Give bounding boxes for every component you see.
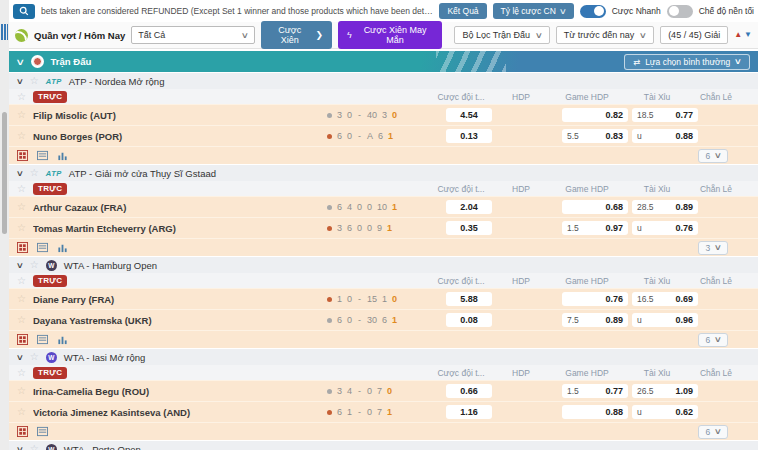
game-hdp-odds-button[interactable]: 0.82 (562, 108, 628, 122)
score-value: - (357, 386, 362, 396)
main-panel: bets taken are considered REFUNDED (Exce… (9, 0, 758, 450)
over-under-odds-button[interactable]: u0.96 (632, 313, 698, 327)
bar-chart-icon[interactable] (57, 150, 68, 161)
column-header: HDP (492, 92, 550, 102)
league-header[interactable]: ∨☆WWTA - Hamburg Open (9, 257, 758, 273)
league-header[interactable]: ∨☆WWTA - Porto Open (9, 441, 758, 450)
over-under-odds-button[interactable]: u0.88 (632, 129, 698, 143)
left-scrollbar[interactable] (0, 0, 9, 450)
stats-list-icon[interactable] (37, 334, 48, 345)
favorite-star-icon[interactable]: ☆ (30, 444, 39, 450)
odds-type-dropdown[interactable]: Tỷ lệ cược CN∨ (493, 3, 574, 19)
stats-list-icon[interactable] (37, 426, 48, 437)
favorite-star-icon[interactable]: ☆ (17, 110, 26, 120)
stats-list-icon[interactable] (37, 150, 48, 161)
league-count-label: (45 / 45) Giải (668, 30, 720, 40)
favorite-star-icon[interactable]: ☆ (17, 386, 26, 396)
game-point: 1 (392, 315, 397, 325)
chevron-down-icon[interactable]: ∨ (15, 57, 25, 67)
parlay-button[interactable]: Cược Xiên❯ (261, 21, 332, 49)
moneyline-odds-button[interactable]: 0.13 (446, 129, 492, 143)
all-filter-dropdown[interactable]: Tất Cả∨ (131, 26, 255, 44)
moneyline-odds-button[interactable]: 2.04 (446, 200, 492, 214)
moneyline-odds-button[interactable]: 1.16 (446, 405, 492, 419)
favorite-star-icon[interactable]: ☆ (17, 223, 26, 233)
column-header: Chẵn Lẻ (690, 92, 742, 102)
match-filter-dropdown[interactable]: Bộ Lọc Trận Đấu∨ (454, 26, 549, 44)
favorite-star-icon[interactable]: ☆ (30, 168, 39, 178)
score-value: 0 (347, 315, 352, 325)
league-header[interactable]: ∨☆ATPATP - Nordea Mở rộng (9, 73, 758, 89)
chevron-down-icon[interactable]: ∨ (16, 77, 24, 86)
stats-list-icon[interactable] (37, 242, 48, 253)
chevron-down-icon[interactable]: ∨ (16, 353, 24, 362)
live-badge: TRỰC (33, 183, 67, 195)
match-filter-label: Bộ Lọc Trận Đấu (462, 30, 530, 40)
favorite-star-icon[interactable]: ☆ (17, 407, 26, 417)
game-hdp-odds-button[interactable]: 0.76 (562, 292, 628, 306)
over-under-odds-button[interactable]: 18.50.77 (632, 108, 698, 122)
league-count-chip[interactable]: (45 / 45) Giải (660, 26, 728, 44)
game-hdp-odds: 0.88 (605, 407, 623, 417)
moneyline-odds-button[interactable]: 0.66 (446, 384, 492, 398)
scrollbar-thumb[interactable] (2, 112, 7, 234)
game-hdp-odds-button[interactable]: 1.50.97 (562, 221, 628, 235)
favorite-star-icon[interactable]: ☆ (17, 92, 26, 102)
search-button[interactable] (13, 4, 35, 19)
game-hdp-odds-button[interactable]: 1.50.77 (562, 384, 628, 398)
chevron-down-icon[interactable]: ∨ (16, 261, 24, 270)
favorite-star-icon[interactable]: ☆ (17, 315, 26, 325)
time-filter-dropdown[interactable]: Từ trước đến nay∨ (556, 26, 654, 44)
chevron-down-icon[interactable]: ∨ (16, 169, 24, 178)
moneyline-odds-button[interactable]: 0.35 (446, 221, 492, 235)
more-bets-button[interactable]: 3∨ (698, 241, 728, 255)
more-bets-button[interactable]: 6∨ (698, 149, 728, 163)
tennis-ball-icon (31, 55, 44, 68)
layout-icon: ⇄ (633, 57, 640, 67)
favorite-star-icon[interactable]: ☆ (17, 294, 26, 304)
game-hdp-odds-button[interactable]: 5.50.83 (562, 129, 628, 143)
score-value: 40 (367, 110, 377, 120)
sort-leagues-icon[interactable]: ▲▼ (734, 31, 752, 39)
moneyline-odds-button[interactable]: 5.88 (446, 292, 492, 306)
column-header: Tài Xỉu (624, 92, 690, 102)
league-header[interactable]: ∨☆WWTA - Iasi Mở rộng (9, 349, 758, 365)
more-bets-button[interactable]: 6∨ (698, 333, 728, 347)
over-under-odds-button[interactable]: 16.50.69 (632, 292, 698, 306)
game-hdp-odds-button[interactable]: 7.50.89 (562, 313, 628, 327)
favorite-star-icon[interactable]: ☆ (17, 131, 26, 141)
over-under-odds-button[interactable]: 26.51.09 (632, 384, 698, 398)
view-mode-dropdown[interactable]: ⇄Lựa chọn bình thường∨ (624, 54, 750, 70)
more-bets-button[interactable]: 6∨ (698, 425, 728, 439)
bet-grid-icon[interactable] (17, 334, 28, 345)
bet-grid-icon[interactable] (17, 426, 28, 437)
quick-bet-toggle[interactable] (580, 5, 606, 18)
bet-grid-icon[interactable] (17, 150, 28, 161)
favorite-star-icon[interactable]: ☆ (30, 260, 39, 270)
favorite-star-icon[interactable]: ☆ (17, 276, 26, 286)
favorite-star-icon[interactable]: ☆ (30, 352, 39, 362)
bet-grid-icon[interactable] (17, 242, 28, 253)
over-under-odds-button[interactable]: u0.76 (632, 221, 698, 235)
lucky-parlay-button[interactable]: ϟCược Xiên May Mắn (338, 21, 442, 49)
moneyline-odds-button[interactable]: 0.08 (446, 313, 492, 327)
results-button[interactable]: Kết Quả (439, 3, 486, 19)
over-under-odds: 1.09 (675, 386, 693, 396)
dark-mode-toggle[interactable] (667, 5, 693, 18)
favorite-star-icon[interactable]: ☆ (17, 184, 26, 194)
game-hdp-odds-button[interactable]: 0.68 (562, 200, 628, 214)
bar-chart-icon[interactable] (57, 334, 68, 345)
league-header[interactable]: ∨☆ATPATP - Giải mở cửa Thụy Sĩ Gstaad (9, 165, 758, 181)
over-under-odds-button[interactable]: u0.62 (632, 405, 698, 419)
over-under-odds-button[interactable]: 28.50.89 (632, 200, 698, 214)
odds-column-headers: Cược đội t...HDPGame HDPTài XỉuChẵn Lẻ (430, 276, 742, 286)
favorite-star-icon[interactable]: ☆ (17, 202, 26, 212)
score-value: 30 (367, 315, 377, 325)
chevron-down-icon[interactable]: ∨ (16, 445, 24, 450)
player-row: ☆Dayana Yastremska (UKR)60-30610.087.50.… (9, 309, 758, 330)
bar-chart-icon[interactable] (57, 242, 68, 253)
favorite-star-icon[interactable]: ☆ (30, 76, 39, 86)
game-hdp-odds-button[interactable]: 0.88 (562, 405, 628, 419)
moneyline-odds-button[interactable]: 4.54 (446, 108, 492, 122)
favorite-star-icon[interactable]: ☆ (17, 368, 26, 378)
